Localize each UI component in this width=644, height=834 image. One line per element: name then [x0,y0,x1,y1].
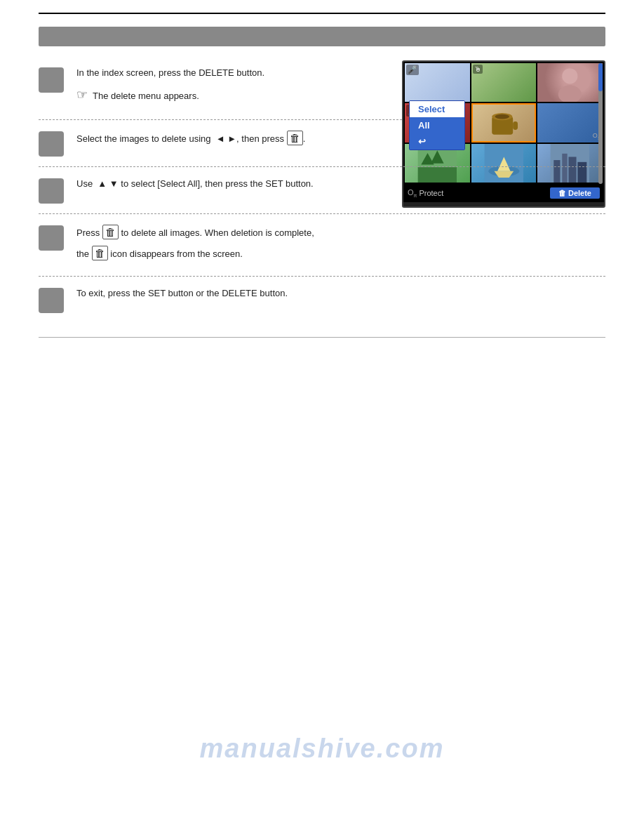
trash-icon-step2: 🗑 [287,131,303,145]
watermark: manualshive.com [200,734,445,764]
step-1-row: In the index screen, press the DELETE bu… [39,53,605,120]
step-1-line-2: The delete menu appears. [93,91,199,101]
step-1-number [39,67,64,93]
bottom-rule [39,337,605,338]
step-5-line: To exit, press the SET button or the DEL… [76,286,598,301]
step-4-line-1: Press 🗑 to delete all images. When delet… [76,224,598,241]
dropdown-menu: Select All ↩ [409,100,465,150]
svg-point-4 [495,114,509,119]
step-3-number [39,178,64,204]
top-rule [39,13,605,14]
photo-cell-3 [537,63,603,102]
scrollbar-thumb [598,63,603,91]
step-1-note: ☞ The delete menu appears. [76,85,388,105]
photo-cell-1: 🎤 [405,63,470,102]
step-5-row: To exit, press the SET button or the DEL… [39,277,605,323]
step-1-line-1: In the index screen, press the DELETE bu… [76,66,388,81]
mic-icon-1: 🎤 [406,65,419,75]
svg-point-0 [563,68,578,84]
dropdown-select[interactable]: Select [410,101,464,117]
lr-arrows-icon: ◄ ► [216,133,236,144]
step-3-text: Use ▲ ▼ to select [Select All], then pre… [76,177,605,196]
step-3-row: Use ▲ ▼ to select [Select All], then pre… [39,167,605,214]
pointing-hand-icon: ☞ [76,88,88,102]
step-5-text: To exit, press the SET button or the DEL… [76,286,605,305]
step-4-text: Press 🗑 to delete all images. When delet… [76,224,605,266]
step-2-text: Select the images to delete using ◄ ►, t… [76,130,605,151]
svg-point-1 [558,85,582,102]
step-2-number [39,131,64,157]
step-4-line-2: the 🗑 icon disappears from the screen. [76,245,598,262]
trash-icon-step4b: 🗑 [92,246,108,260]
dropdown-back[interactable]: ↩ [410,133,464,150]
step-4-number [39,225,64,251]
step-2-line: Select the images to delete using ◄ ►, t… [76,130,598,147]
step-3-line: Use ▲ ▼ to select [Select All], then pre… [76,177,598,192]
photo-cell-2: 🖱 [471,63,537,102]
ud-arrows-icon: ▲ ▼ [98,178,118,189]
trash-icon-step4a: 🗑 [102,225,119,239]
header-bar [39,27,605,46]
step-4-row: Press 🗑 to delete all images. When delet… [39,214,605,277]
person-svg [537,63,603,102]
dropdown-all[interactable]: All [410,117,464,133]
step-5-number [39,288,64,313]
main-content: In the index screen, press the DELETE bu… [39,53,605,323]
cursor-icon-2: 🖱 [473,65,483,74]
step-2-row: Select the images to delete using ◄ ►, t… [39,120,605,167]
